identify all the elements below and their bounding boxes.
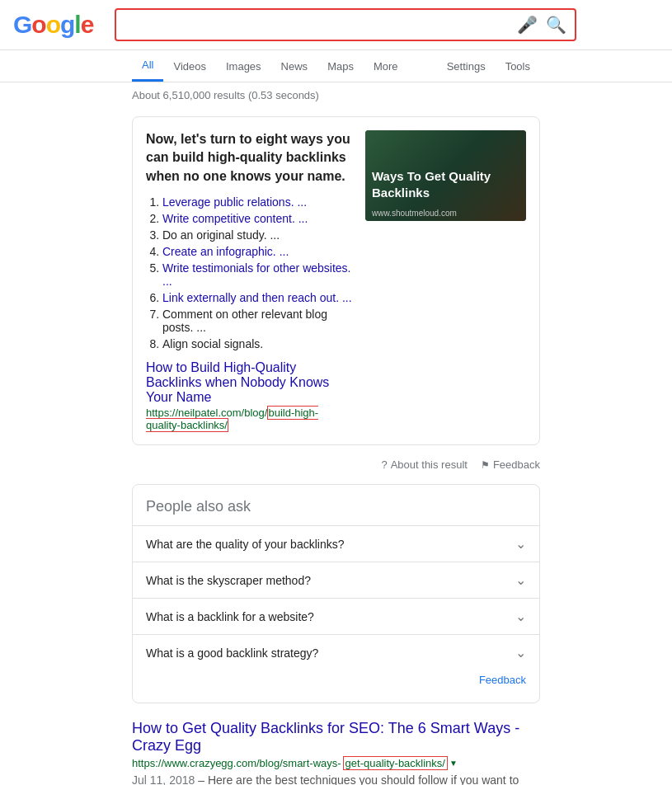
paa-title: People also ask xyxy=(133,498,539,525)
snippet-intro: Now, let's turn to eight ways you can bu… xyxy=(146,130,352,186)
logo-e: e xyxy=(81,11,94,38)
snippet-image-overlay: Ways To Get Quality Backlinks www.shoutm… xyxy=(365,130,526,221)
list-item: Align social signals. xyxy=(162,337,352,350)
chevron-down-icon: ⌄ xyxy=(515,645,526,660)
paa-feedback[interactable]: Feedback xyxy=(133,670,539,689)
settings-link[interactable]: Settings xyxy=(437,52,496,81)
list-item: Do an original study. ... xyxy=(162,228,352,242)
tab-videos[interactable]: Videos xyxy=(163,52,216,81)
results-section: How to Get Quality Backlinks for SEO: Th… xyxy=(0,720,672,785)
featured-snippet: Now, let's turn to eight ways you can bu… xyxy=(132,116,540,445)
logo-l: l xyxy=(74,11,80,38)
list-item: Write competitive content. ... xyxy=(162,212,352,225)
snippet-link[interactable]: How to Build High-Quality Backlinks when… xyxy=(146,360,352,405)
logo-o1: o xyxy=(31,11,45,38)
tab-maps[interactable]: Maps xyxy=(317,52,364,81)
google-logo: Google xyxy=(13,11,93,39)
tab-more[interactable]: More xyxy=(364,52,408,81)
result-item-1: How to Get Quality Backlinks for SEO: Th… xyxy=(132,720,540,785)
tab-all[interactable]: All xyxy=(132,50,163,82)
header: Google how to get quality backlinks 🎤 🔍 xyxy=(0,0,672,50)
list-item: Write testimonials for other websites. .… xyxy=(162,261,352,288)
logo-o2: o xyxy=(46,11,60,38)
about-result[interactable]: ? About this result xyxy=(381,458,467,471)
snippet-image: Ways To Get Quality Backlinks www.shoutm… xyxy=(365,130,526,221)
result-meta: ? About this result ⚑ Feedback xyxy=(0,454,672,476)
flag-icon: ⚑ xyxy=(481,459,490,471)
paa-question-1[interactable]: What are the quality of your backlinks? … xyxy=(133,525,539,562)
chevron-down-icon: ⌄ xyxy=(515,609,526,624)
paa-question-3[interactable]: What is a backlink for a website? ⌄ xyxy=(133,598,539,634)
paa-question-4[interactable]: What is a good backlink strategy? ⌄ xyxy=(133,634,539,670)
snippet-image-title: Ways To Get Quality Backlinks xyxy=(365,162,526,207)
microphone-icon[interactable]: 🎤 xyxy=(517,15,538,35)
list-item: Create an infographic. ... xyxy=(162,245,352,258)
nav-tabs: All Videos Images News Maps More Setting… xyxy=(0,50,672,82)
snippet-title-link[interactable]: How to Build High-Quality Backlinks when… xyxy=(146,360,329,404)
search-icon[interactable]: 🔍 xyxy=(546,15,566,35)
people-also-ask: People also ask What are the quality of … xyxy=(132,484,540,703)
snippet-image-source: www.shoutmeloud.com xyxy=(365,207,526,221)
list-item: Leverage public relations. ... xyxy=(162,195,352,209)
chevron-down-icon: ⌄ xyxy=(515,536,526,552)
list-item: Link externally and then reach out. ... xyxy=(162,291,352,304)
tools-link[interactable]: Tools xyxy=(496,52,540,81)
snippet-list: Leverage public relations. ... Write com… xyxy=(146,195,352,350)
tab-news[interactable]: News xyxy=(271,52,318,81)
snippet-content: Now, let's turn to eight ways you can bu… xyxy=(146,130,352,431)
result-count: About 6,510,000 results (0.53 seconds) xyxy=(0,82,672,108)
result-title-1[interactable]: How to Get Quality Backlinks for SEO: Th… xyxy=(132,720,540,754)
result-snippet-1: Jul 11, 2018 – Here are the best techniq… xyxy=(132,772,540,785)
logo-g: G xyxy=(13,11,31,38)
question-icon: ? xyxy=(381,458,387,471)
list-item: Comment on other relevant blog posts. ..… xyxy=(162,308,352,334)
chevron-down-icon: ⌄ xyxy=(515,572,526,588)
paa-question-2[interactable]: What is the skyscraper method? ⌄ xyxy=(133,562,539,598)
feedback-button[interactable]: ⚑ Feedback xyxy=(481,458,540,471)
search-input[interactable]: how to get quality backlinks xyxy=(125,17,517,32)
tab-images[interactable]: Images xyxy=(216,52,271,81)
logo-g2: g xyxy=(60,11,74,38)
result-url-1: https://www.crazyegg.com/blog/smart-ways… xyxy=(132,756,540,770)
search-bar-icons: 🎤 🔍 xyxy=(517,15,566,35)
search-bar[interactable]: how to get quality backlinks 🎤 🔍 xyxy=(115,8,576,41)
snippet-url: https://neilpatel.com/blog/build-high-qu… xyxy=(146,407,352,431)
